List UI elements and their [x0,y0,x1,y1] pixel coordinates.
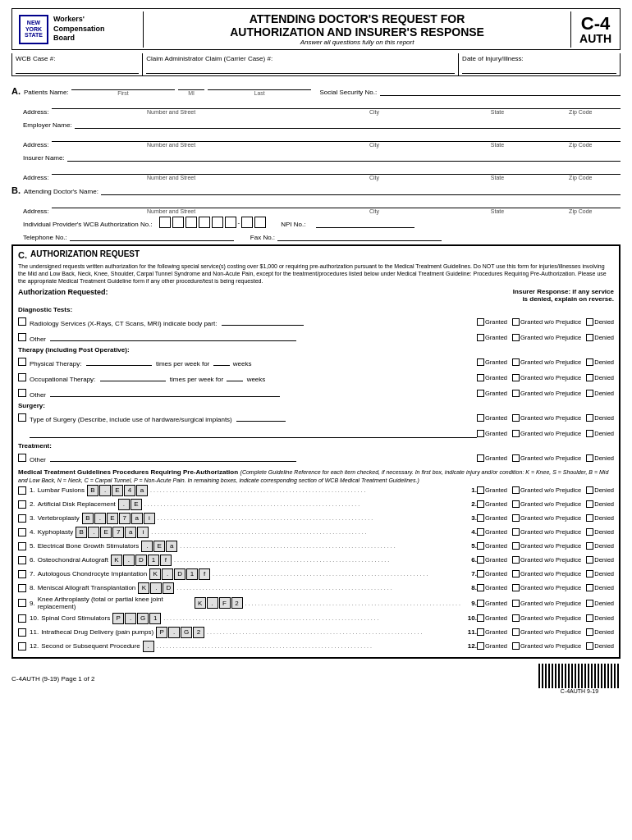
employer-address-input[interactable] [52,130,621,142]
g-granted-wo-5[interactable] [512,542,520,550]
physical-weeks-input[interactable] [213,356,230,366]
guideline-checkbox-2[interactable] [18,500,26,509]
g-granted-3[interactable] [477,514,484,522]
radiology-granted-wo-check[interactable] [512,318,520,326]
g-granted-wo-10[interactable] [512,614,520,622]
doctor-address-input[interactable] [52,197,621,208]
surgery-granted-check[interactable] [477,414,484,422]
insurer-name-input[interactable] [67,150,621,162]
ssn-input[interactable] [380,84,621,96]
guideline-checkbox-10[interactable] [18,614,26,623]
ot-denied-check[interactable] [586,374,593,381]
g-denied-6[interactable] [586,556,593,564]
g-denied-8[interactable] [586,584,593,591]
date-injury-input[interactable] [462,62,616,74]
insurer-address-input[interactable] [52,163,621,175]
g-denied-1[interactable] [586,486,593,494]
g-granted-4[interactable] [477,528,484,536]
treatment-other-input[interactable] [50,452,296,462]
g-granted-2[interactable] [477,500,484,508]
surgery2-denied-check[interactable] [586,430,593,437]
guideline-checkbox-4[interactable] [18,528,26,536]
guideline-checkbox-6[interactable] [18,556,26,564]
patient-first-input[interactable] [71,79,176,90]
occupational-therapy-checkbox[interactable] [18,373,26,381]
npi-input[interactable] [316,217,414,228]
g-granted-5[interactable] [477,542,484,550]
g-denied-3[interactable] [586,514,593,522]
guideline-checkbox-9[interactable] [18,599,26,607]
g-denied-11[interactable] [586,628,593,636]
g-granted-wo-1[interactable] [512,486,520,494]
g-granted-wo-7[interactable] [512,570,520,578]
other-diag-denied-check[interactable] [586,334,593,341]
physical-therapy-checkbox[interactable] [18,358,26,366]
g-granted-wo-2[interactable] [512,500,520,508]
radiology-denied-check[interactable] [586,318,593,326]
pt-denied-check[interactable] [586,358,593,366]
guideline-checkbox-5[interactable] [18,542,26,550]
other-therapy-checkbox[interactable] [18,389,26,397]
surgery2-granted-check[interactable] [477,430,484,437]
doctor-name-input[interactable] [101,184,621,195]
ot-granted-wo-check[interactable] [512,374,520,381]
ot-weeks-input[interactable] [227,372,243,381]
g-denied-7[interactable] [586,570,593,578]
treatment-denied-check[interactable] [586,454,593,462]
g-denied-5[interactable] [586,542,593,550]
g-granted-10[interactable] [477,614,484,622]
other-therapy-input[interactable] [50,387,280,397]
other-therapy-granted-check[interactable] [477,390,484,397]
guideline-checkbox-7[interactable] [18,570,26,578]
g-granted-12[interactable] [477,642,484,650]
patient-mi-input[interactable] [178,79,204,90]
surgery-desc-input[interactable] [236,412,286,422]
g-denied-2[interactable] [586,500,593,508]
pt-granted-wo-check[interactable] [512,358,520,366]
other-diag-input[interactable] [50,331,296,341]
pt-granted-check[interactable] [477,358,484,366]
other-therapy-granted-wo-check[interactable] [512,390,520,397]
treatment-granted-check[interactable] [477,454,484,462]
fax-input[interactable] [277,230,442,241]
patient-address-input[interactable] [52,98,621,109]
surgery-denied-check[interactable] [586,414,593,422]
patient-last-input[interactable] [208,79,312,90]
g-denied-12[interactable] [586,642,593,650]
guideline-checkbox-1[interactable] [18,486,26,495]
surgery-checkbox[interactable] [18,413,26,422]
telephone-input[interactable] [70,230,234,241]
g-granted-wo-9[interactable] [512,600,520,607]
other-diag-granted-wo-check[interactable] [512,334,520,341]
g-granted-wo-11[interactable] [512,628,520,636]
treatment-granted-wo-check[interactable] [512,454,520,462]
g-granted-wo-3[interactable] [512,514,520,522]
guideline-checkbox-3[interactable] [18,514,26,523]
guideline-checkbox-8[interactable] [18,584,26,592]
g-granted-7[interactable] [477,570,484,578]
treatment-checkbox[interactable] [18,454,26,462]
radiology-checkbox[interactable] [18,317,26,326]
g-granted-11[interactable] [477,628,484,636]
g-denied-9[interactable] [586,600,593,607]
radiology-body-part-input[interactable] [222,316,304,326]
physical-therapy-input[interactable] [86,356,152,366]
surgery2-granted-wo-check[interactable] [512,430,520,437]
guideline-checkbox-11[interactable] [18,628,26,637]
g-granted-8[interactable] [477,584,484,591]
g-granted-wo-4[interactable] [512,528,520,536]
g-granted-wo-8[interactable] [512,584,520,591]
g-denied-10[interactable] [586,614,593,622]
other-diag-checkbox[interactable] [18,333,26,341]
wcb-case-input[interactable] [16,62,139,74]
ot-granted-check[interactable] [477,374,484,381]
radiology-granted-check[interactable] [477,318,484,326]
occupational-therapy-input[interactable] [100,372,166,381]
g-granted-1[interactable] [477,486,484,494]
wcb-auth-boxes[interactable]: - [159,217,267,228]
other-diag-granted-check[interactable] [477,334,484,341]
g-granted-wo-6[interactable] [512,556,520,564]
claim-admin-input[interactable] [146,62,455,74]
surgery-granted-wo-check[interactable] [512,414,520,422]
other-therapy-denied-check[interactable] [586,390,593,397]
